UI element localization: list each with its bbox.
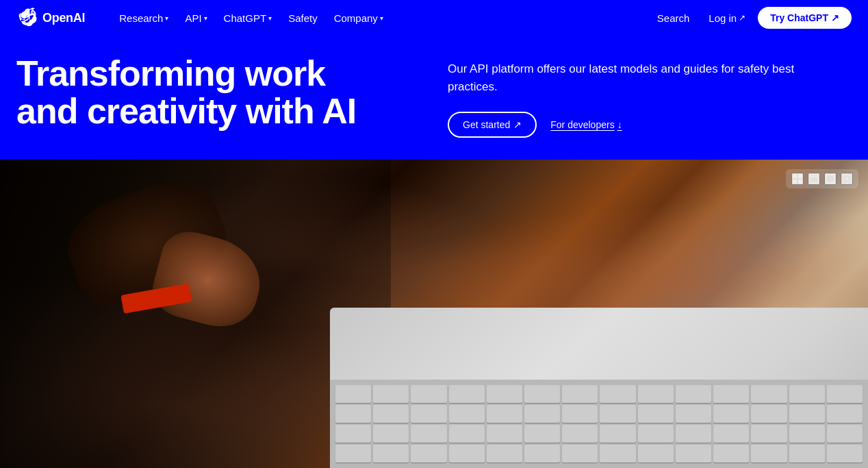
hero-description: Our API platform offers our latest model…: [448, 60, 817, 95]
nav-links-group: Research ▾ API ▾ ChatGPT ▾ Safety Compan…: [112, 8, 650, 28]
get-started-button[interactable]: Get started ↗: [448, 112, 537, 138]
brand-name: OpenAI: [42, 11, 85, 25]
chevron-down-icon: ▾: [165, 14, 168, 22]
arrow-icon: ↗: [513, 119, 522, 130]
hero-left-column: Transforming work and creativity with AI: [16, 55, 420, 130]
window-icon: [809, 174, 819, 184]
window-view-button[interactable]: [808, 173, 820, 185]
navigation: OpenAI Research ▾ API ▾ ChatGPT ▾ Safety…: [0, 0, 868, 36]
for-developers-button[interactable]: For developers ↓: [550, 119, 622, 130]
grid-view-button[interactable]: [791, 173, 804, 185]
hero-image-section: [0, 160, 868, 468]
grid-icon: [793, 174, 802, 184]
arrow-icon: ↗: [831, 12, 839, 23]
chevron-down-icon: ▾: [268, 14, 272, 22]
svg-rect-3: [798, 180, 802, 184]
laptop-keyboard: [330, 380, 868, 468]
search-button[interactable]: Search: [650, 8, 697, 28]
nav-item-chatgpt[interactable]: ChatGPT ▾: [217, 8, 279, 28]
svg-rect-6: [826, 175, 834, 183]
nav-item-api[interactable]: API ▾: [178, 8, 214, 28]
svg-rect-2: [793, 180, 797, 184]
arrow-down-icon: ↓: [617, 119, 622, 130]
expand-icon: [826, 174, 835, 184]
login-button[interactable]: Log in ↗: [702, 8, 752, 28]
hero-section: Transforming work and creativity with AI…: [0, 36, 868, 160]
svg-rect-0: [793, 174, 797, 178]
gear-icon: [842, 174, 852, 184]
hero-title: Transforming work and creativity with AI: [16, 55, 372, 130]
svg-rect-4: [810, 175, 818, 183]
laptop-shape: [330, 308, 868, 468]
chevron-down-icon: ▾: [204, 14, 207, 22]
logo[interactable]: OpenAI: [16, 8, 85, 28]
chevron-down-icon: ▾: [380, 14, 383, 22]
try-chatgpt-button[interactable]: Try ChatGPT ↗: [758, 7, 852, 29]
svg-rect-1: [798, 174, 802, 178]
nav-item-research[interactable]: Research ▾: [112, 8, 175, 28]
svg-point-7: [845, 177, 848, 180]
external-link-icon: ↗: [739, 13, 745, 23]
hero-image: [0, 160, 868, 468]
hero-cta-group: Get started ↗ For developers ↓: [448, 112, 852, 138]
nav-actions-group: Search Log in ↗ Try ChatGPT ↗: [650, 7, 852, 29]
nav-item-company[interactable]: Company ▾: [327, 8, 390, 28]
hero-right-column: Our API platform offers our latest model…: [448, 55, 852, 138]
nav-item-safety[interactable]: Safety: [281, 8, 324, 28]
expand-view-button[interactable]: [824, 173, 837, 185]
openai-logo-icon: [16, 8, 37, 28]
settings-view-button[interactable]: [841, 173, 853, 185]
image-controls-bar: [786, 169, 858, 188]
